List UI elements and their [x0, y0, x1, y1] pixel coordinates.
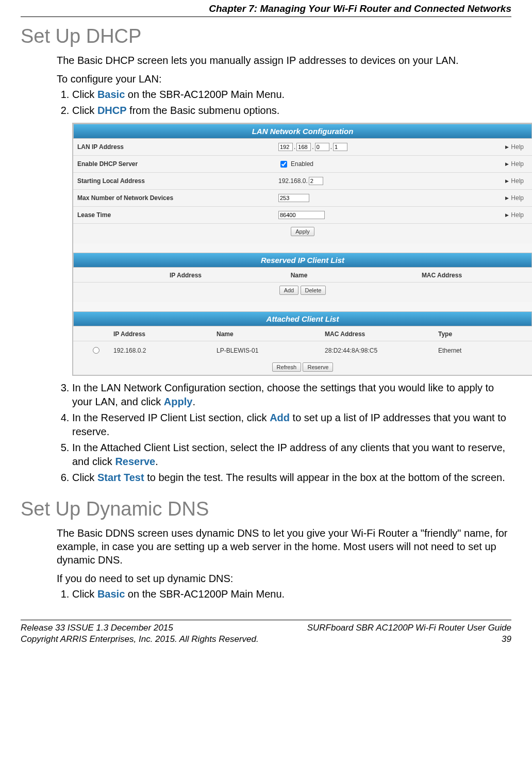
keyword-apply: Apply — [164, 396, 193, 407]
reserved-columns: IP Address Name MAC Address — [73, 268, 532, 283]
col-mac: MAC Address — [356, 272, 528, 279]
label-lease-time: Lease Time — [77, 211, 278, 219]
step-text: Click — [72, 89, 97, 100]
step-text: Click — [72, 588, 97, 600]
ddns-lead: If you do need to set up dynamic DNS: — [57, 572, 511, 585]
ctrl-starting-addr: 192.168.0. — [278, 177, 438, 185]
lead-in: To configure your LAN: — [57, 72, 511, 86]
spacer — [73, 243, 532, 253]
lan-ip-oct2[interactable] — [296, 143, 311, 151]
footer-page-number: 39 — [307, 634, 511, 645]
help-link[interactable]: ▶Help — [438, 177, 528, 185]
label-enable-dhcp: Enable DHCP Server — [77, 160, 278, 168]
step-1: Click Basic on the SBR-AC1200P Main Menu… — [72, 88, 511, 102]
lan-ip-oct4[interactable] — [333, 143, 347, 151]
lan-ip-oct1[interactable] — [278, 143, 293, 151]
row-lease-time: Lease Time ▶Help — [73, 207, 532, 224]
label-starting-addr: Starting Local Address — [77, 177, 278, 185]
attached-mac: 28:D2:44:8A:98:C5 — [325, 347, 438, 354]
attached-type: Ethernet — [438, 347, 528, 354]
step-text: from the Basic submenu options. — [127, 105, 280, 116]
attached-client-header: Attached Client List — [73, 311, 532, 326]
keyword-add: Add — [270, 412, 290, 423]
router-ui-figure: LAN Network Configuration LAN IP Address… — [72, 123, 511, 376]
step-5: In the Attached Client List section, sel… — [72, 441, 511, 469]
footer-release: Release 33 ISSUE 1.3 December 2015 — [21, 622, 259, 634]
help-link[interactable]: ▶Help — [438, 194, 528, 202]
step-text: In the LAN Network Configuration section… — [72, 382, 494, 407]
help-link[interactable]: ▶Help — [438, 143, 528, 151]
ctrl-lease-time — [278, 211, 438, 219]
chevron-right-icon: ▶ — [505, 178, 509, 184]
footer-guide-title: SURFboard SBR AC1200P Wi-Fi Router User … — [307, 622, 511, 634]
steps-list-ddns: Click Basic on the SBR-AC1200P Main Menu… — [57, 587, 511, 601]
help-text: Help — [511, 177, 524, 185]
chevron-right-icon: ▶ — [505, 161, 509, 167]
max-devices-input[interactable] — [278, 194, 309, 202]
steps-list-1: Click Basic on the SBR-AC1200P Main Menu… — [57, 88, 511, 118]
add-button[interactable]: Add — [279, 286, 299, 295]
attached-row-radio[interactable] — [93, 347, 99, 354]
reserve-button[interactable]: Reserve — [303, 362, 333, 372]
lan-ip-oct3[interactable] — [315, 143, 329, 151]
help-text: Help — [511, 143, 524, 151]
step-4: In the Reserved IP Client List section, … — [72, 411, 511, 439]
apply-button[interactable]: Apply — [291, 227, 314, 236]
step-text: to begin the test. The results will appe… — [144, 472, 505, 483]
step-6: Click Start Test to begin the test. The … — [72, 471, 511, 485]
enabled-label: Enabled — [291, 160, 313, 168]
col-name: Name — [217, 330, 325, 338]
refresh-button[interactable]: Refresh — [272, 362, 302, 372]
chevron-right-icon: ▶ — [505, 195, 509, 201]
chevron-right-icon: ▶ — [505, 144, 509, 150]
attached-buttons: Refresh Reserve — [73, 359, 532, 375]
section-title-dhcp: Set Up DHCP — [21, 25, 511, 47]
step-text: Click — [72, 105, 97, 116]
ctrl-max-devices — [278, 194, 438, 202]
apply-row: Apply — [73, 224, 532, 243]
section-title-ddns: Set Up Dynamic DNS — [21, 498, 511, 520]
row-enable-dhcp: Enable DHCP Server Enabled ▶Help — [73, 156, 532, 173]
delete-button[interactable]: Delete — [301, 286, 326, 295]
keyword-reserve: Reserve — [115, 456, 155, 467]
starting-addr-prefix: 192.168.0. — [278, 177, 308, 185]
keyword-dhcp: DHCP — [97, 105, 127, 116]
label-lan-ip: LAN IP Address — [77, 143, 278, 151]
help-link[interactable]: ▶Help — [438, 160, 528, 168]
row-starting-addr: Starting Local Address 192.168.0. ▶Help — [73, 173, 532, 190]
router-ui-panel: LAN Network Configuration LAN IP Address… — [72, 123, 532, 376]
col-ip: IP Address — [113, 330, 217, 338]
step-text: In the Reserved IP Client List section, … — [72, 412, 270, 423]
ddns-step-1: Click Basic on the SBR-AC1200P Main Menu… — [72, 587, 511, 601]
row-lan-ip: LAN IP Address . . . ▶Help — [73, 139, 532, 156]
spacer — [73, 302, 532, 311]
attached-ip: 192.168.0.2 — [113, 347, 217, 354]
row-max-devices: Max Number of Network Devices ▶Help — [73, 190, 532, 207]
col-ip: IP Address — [129, 272, 242, 279]
help-link[interactable]: ▶Help — [438, 211, 528, 219]
intro-paragraph: The Basic DHCP screen lets you manually … — [57, 54, 511, 67]
help-text: Help — [511, 211, 524, 219]
reserved-ip-header: Reserved IP Client List — [73, 253, 532, 268]
lease-time-input[interactable] — [278, 211, 325, 219]
keyword-start-test: Start Test — [97, 472, 144, 483]
lan-config-header: LAN Network Configuration — [73, 124, 532, 139]
ctrl-enable-dhcp: Enabled — [278, 159, 438, 169]
footer-copyright: Copyright ARRIS Enterprises, Inc. 2015. … — [21, 634, 259, 645]
keyword-basic: Basic — [97, 588, 125, 600]
step-text: on the SBR-AC1200P Main Menu. — [125, 588, 285, 600]
label-max-devices: Max Number of Network Devices — [77, 194, 278, 202]
attached-columns: IP Address Name MAC Address Type — [73, 326, 532, 341]
enable-dhcp-checkbox[interactable] — [280, 161, 287, 168]
steps-list-2: In the LAN Network Configuration section… — [57, 381, 511, 485]
chapter-header: Chapter 7: Managing Your Wi-Fi Router an… — [21, 0, 511, 17]
step-text: . — [192, 396, 195, 407]
step-text: on the SBR-AC1200P Main Menu. — [125, 89, 285, 100]
col-name: Name — [242, 272, 356, 279]
help-text: Help — [511, 194, 524, 202]
chevron-right-icon: ▶ — [505, 212, 509, 218]
starting-addr-input[interactable] — [309, 177, 323, 185]
step-2: Click DHCP from the Basic submenu option… — [72, 104, 511, 118]
attached-name: LP-BLEWIS-01 — [217, 347, 325, 354]
help-text: Help — [511, 160, 524, 168]
